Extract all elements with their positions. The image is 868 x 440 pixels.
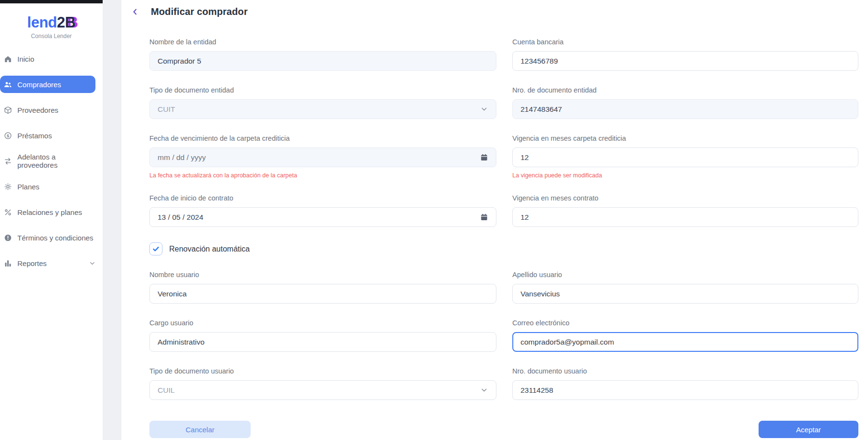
- user-doc-number-value: 23114258: [521, 386, 553, 395]
- user-doc-number-label: Nro. documento usuario: [512, 367, 858, 375]
- user-email-value: comprador5a@yopmail.com: [521, 338, 614, 347]
- sidebar-item-prestamos[interactable]: $ Préstamos: [0, 127, 103, 144]
- main-content: Modificar comprador Nombre de la entidad…: [121, 0, 868, 440]
- form-actions: Cancelar Aceptar: [149, 421, 858, 438]
- user-role-label: Cargo usuario: [149, 319, 496, 327]
- folder-validity-months-input[interactable]: 12: [512, 147, 858, 167]
- chevron-down-icon[interactable]: [89, 260, 96, 267]
- entity-name-input[interactable]: Comprador 5: [149, 51, 496, 71]
- sidebar-item-label: Proveedores: [17, 106, 58, 114]
- folder-expiry-date-value: mm / dd / yyyy: [158, 153, 206, 162]
- page-header: Modificar comprador: [121, 0, 868, 17]
- sidebar-item-label: Reportes: [17, 259, 47, 267]
- sidebar-item-proveedores[interactable]: Proveedores: [0, 101, 103, 119]
- sidebar-item-label: Inicio: [17, 55, 34, 63]
- home-icon: [3, 54, 12, 63]
- field-user-doc-type: Tipo de documento usuario CUIL: [149, 367, 496, 400]
- entity-doc-number-input[interactable]: 2147483647: [512, 99, 858, 119]
- coin-icon: $: [3, 131, 12, 140]
- user-last-name-label: Apellido usuario: [512, 271, 858, 279]
- folder-expiry-date-label: Fecha de vencimiento de la carpeta credi…: [149, 134, 496, 143]
- brand-logo: lend2B: [0, 14, 103, 31]
- user-last-name-input[interactable]: Vansevicius: [512, 284, 858, 304]
- sidebar-item-planes[interactable]: Planes: [0, 178, 103, 195]
- auto-renewal-checkbox[interactable]: [149, 242, 162, 255]
- user-email-label: Correo electrónico: [512, 319, 858, 327]
- entity-doc-type-select[interactable]: CUIT: [149, 99, 496, 119]
- bank-account-value: 123456789: [521, 57, 558, 66]
- sidebar-item-reportes[interactable]: Reportes: [0, 254, 103, 272]
- field-user-first-name: Nombre usuario Veronica: [149, 271, 496, 304]
- folder-validity-months-value: 12: [521, 153, 529, 162]
- logo-b: B: [65, 14, 76, 31]
- sidebar-item-label: Compradores: [17, 80, 61, 89]
- user-role-input[interactable]: Administrativo: [149, 332, 496, 352]
- user-first-name-input[interactable]: Veronica: [149, 284, 496, 304]
- cancel-button[interactable]: Cancelar: [149, 421, 251, 438]
- logo-2: 2: [57, 14, 65, 31]
- chevron-left-icon: [131, 8, 139, 16]
- back-button[interactable]: [131, 8, 139, 16]
- field-entity-doc-number: Nro. de documento entidad 2147483647: [512, 86, 858, 119]
- bar-chart-icon: [3, 259, 12, 267]
- entity-doc-type-value: CUIT: [158, 105, 175, 114]
- entity-name-label: Nombre de la entidad: [149, 38, 496, 46]
- user-email-input[interactable]: comprador5a@yopmail.com: [512, 332, 858, 352]
- calendar-icon[interactable]: [480, 213, 488, 221]
- accept-button[interactable]: Aceptar: [759, 421, 858, 438]
- folder-validity-months-label: Vigencia en meses carpeta crediticia: [512, 134, 858, 143]
- brand-subtitle: Consola Lender: [0, 33, 103, 40]
- sidebar-item-label: Relaciones y planes: [17, 208, 82, 216]
- top-bar-artifact: [0, 0, 103, 3]
- sidebar-item-label: Planes: [17, 183, 40, 191]
- sidebar-item-label: Adelantos a proveedores: [17, 153, 96, 169]
- users-icon: [3, 80, 12, 89]
- contract-validity-months-label: Vigencia en meses contrato: [512, 194, 858, 202]
- user-last-name-value: Vansevicius: [521, 290, 560, 298]
- sidebar-item-relaciones[interactable]: Relaciones y planes: [0, 203, 103, 221]
- sidebar-item-compradores[interactable]: Compradores: [0, 76, 95, 93]
- logo-lend: lend: [27, 14, 57, 31]
- contract-start-date-input[interactable]: 13 / 05 / 2024: [149, 207, 496, 227]
- calendar-icon[interactable]: [480, 153, 488, 161]
- user-first-name-value: Veronica: [158, 290, 187, 298]
- user-first-name-label: Nombre usuario: [149, 271, 496, 279]
- bank-account-label: Cuenta bancaria: [512, 38, 858, 46]
- sidebar-item-inicio[interactable]: Inicio: [0, 50, 103, 67]
- entity-doc-number-value: 2147483647: [521, 105, 562, 114]
- contract-validity-months-input[interactable]: 12: [512, 207, 858, 227]
- entity-doc-number-label: Nro. de documento entidad: [512, 86, 858, 94]
- user-doc-type-label: Tipo de documento usuario: [149, 367, 496, 375]
- field-entity-name: Nombre de la entidad Comprador 5: [149, 38, 496, 71]
- field-user-role: Cargo usuario Administrativo: [149, 319, 496, 352]
- user-doc-number-input[interactable]: 23114258: [512, 380, 858, 400]
- contract-start-date-value: 13 / 05 / 2024: [158, 213, 203, 222]
- check-icon: [152, 245, 160, 253]
- entity-doc-type-label: Tipo de documento entidad: [149, 86, 496, 94]
- app-window: lend2B Consola Lender Inicio Compradores: [0, 0, 868, 440]
- field-folder-expiry-date: Fecha de vencimiento de la carpeta credi…: [149, 134, 496, 179]
- svg-text:$: $: [7, 133, 9, 138]
- package-icon: [3, 106, 12, 114]
- field-bank-account: Cuenta bancaria 123456789: [512, 38, 858, 71]
- auto-renewal-label: Renovación automática: [169, 245, 250, 253]
- sidebar-item-label: Términos y condiciones: [17, 234, 93, 242]
- folder-expiry-date-note: La fecha se actualizará con la aprobació…: [149, 172, 496, 179]
- bank-account-input[interactable]: 123456789: [512, 51, 858, 71]
- user-doc-type-select[interactable]: CUIL: [149, 380, 496, 400]
- field-folder-validity-months: Vigencia en meses carpeta crediticia 12 …: [512, 134, 858, 179]
- contract-validity-months-value: 12: [521, 213, 529, 222]
- sidebar-item-adelantos[interactable]: Adelantos a proveedores: [0, 152, 103, 170]
- sidebar-nav: Inicio Compradores Proveedores $ Préstam…: [0, 50, 103, 272]
- user-doc-type-value: CUIL: [158, 386, 174, 395]
- auto-renewal-row: Renovación automática: [149, 242, 858, 255]
- contract-start-date-label: Fecha de inicio de contrato: [149, 194, 496, 202]
- gear-icon: [3, 182, 12, 191]
- field-user-email: Correo electrónico comprador5a@yopmail.c…: [512, 319, 858, 352]
- sidebar-item-terminos[interactable]: Términos y condiciones: [0, 229, 103, 246]
- field-user-doc-number: Nro. documento usuario 23114258: [512, 367, 858, 400]
- page-gutter: [103, 0, 121, 440]
- page-title: Modificar comprador: [151, 6, 248, 17]
- folder-expiry-date-input[interactable]: mm / dd / yyyy: [149, 147, 496, 167]
- alert-icon: [3, 233, 12, 242]
